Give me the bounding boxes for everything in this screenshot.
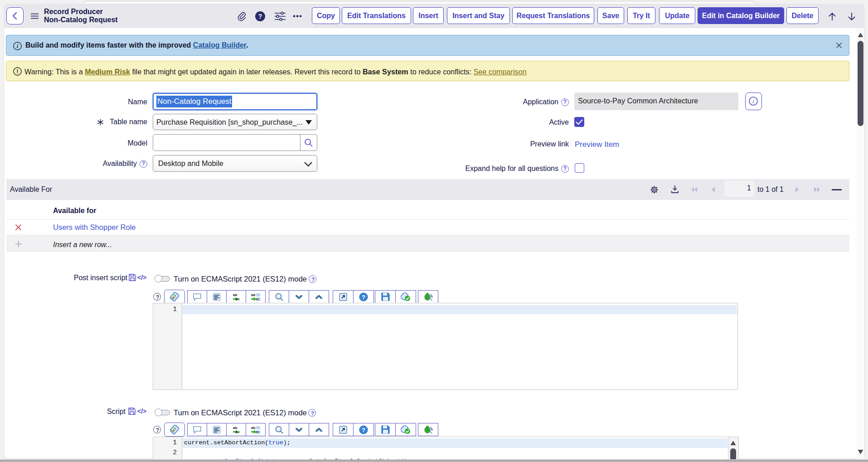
svg-text:ac: ac	[236, 430, 240, 434]
svg-text:ab: ab	[251, 293, 255, 297]
svg-text:?: ?	[362, 427, 365, 433]
svg-text:i: i	[17, 43, 19, 49]
svg-text:!: !	[16, 68, 18, 75]
svg-text:?: ?	[362, 294, 365, 301]
svg-text:ab: ab	[233, 293, 237, 297]
svg-text:ab: ab	[251, 426, 255, 430]
svg-text:ac: ac	[236, 297, 240, 301]
svg-text:ab: ab	[233, 426, 237, 430]
svg-text:i: i	[752, 98, 754, 105]
svg-text:?: ?	[258, 13, 262, 20]
